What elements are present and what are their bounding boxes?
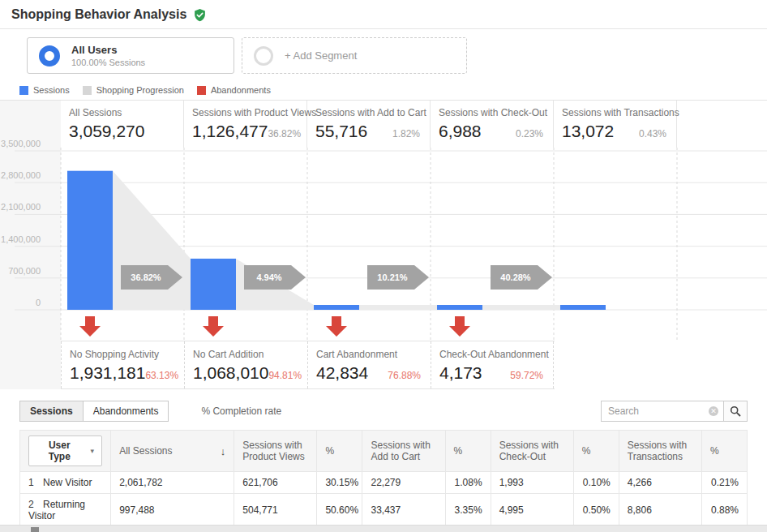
column-header-check-out-pct[interactable]: % xyxy=(573,431,619,472)
cell-transactions: 4,266 xyxy=(619,472,701,494)
stage-value: 13,072 xyxy=(562,122,614,141)
stage-label: Sessions with Transactions xyxy=(562,107,666,118)
row-rank: 1 xyxy=(28,477,43,488)
column-header-transactions-pct[interactable]: % xyxy=(701,431,747,472)
legend-item-sessions: Sessions xyxy=(19,85,70,95)
cell-add-to-cart-pct: 1.08% xyxy=(445,472,491,494)
legend-item-progression: Shopping Progression xyxy=(83,85,184,95)
abandon-value: 4,173 xyxy=(439,363,482,383)
abandon-label: Check-Out Abandonment xyxy=(439,349,543,360)
column-header-transactions[interactable]: Sessions with Transactions xyxy=(619,431,701,472)
table-row: 1New Visitor 2,061,782 621,706 30.15% 22… xyxy=(20,472,748,494)
title-bar: Shopping Behavior Analysis xyxy=(0,0,767,29)
abandon-pct: 94.81% xyxy=(268,370,302,381)
abandonments-swatch-icon xyxy=(197,86,206,95)
user-type-table: User Type ▾ All Sessions ↓ Sessions with… xyxy=(19,430,748,527)
tab-completion-rate[interactable]: % Completion rate xyxy=(201,405,281,417)
abandon-label: No Shopping Activity xyxy=(70,349,174,360)
verified-shield-icon xyxy=(193,8,207,22)
user-type-label: User Type xyxy=(36,440,83,462)
cell-transactions-pct: 0.21% xyxy=(701,472,747,494)
stage-pct: 0.23% xyxy=(516,128,543,139)
abandon-pct: 59.72% xyxy=(510,370,543,381)
stage-pct: 0.43% xyxy=(639,128,666,139)
abandon-pct: 63.13% xyxy=(145,370,178,381)
column-header-all-sessions[interactable]: All Sessions ↓ xyxy=(111,431,234,472)
stage-add-to-cart: Sessions with Add to Cart 55,716 1.82% xyxy=(307,101,431,148)
stage-value: 1,126,477 xyxy=(192,122,268,141)
chart-legend: Sessions Shopping Progression Abandonmen… xyxy=(0,79,767,100)
segment-donut-icon xyxy=(39,45,60,66)
shopping-behavior-report: Shopping Behavior Analysis All Users 100… xyxy=(0,0,767,532)
clear-search-icon[interactable]: ✕ xyxy=(709,406,718,416)
cell-check-out-pct: 0.10% xyxy=(573,472,619,494)
funnel-stage-headers: All Sessions 3,059,270 Sessions with Pro… xyxy=(61,101,677,148)
svg-text:36.82%: 36.82% xyxy=(131,272,161,282)
stage-product-views: Sessions with Product Views 1,126,477 36… xyxy=(184,101,307,148)
svg-text:40.28%: 40.28% xyxy=(500,272,531,282)
stage-label: Sessions with Product Views xyxy=(192,107,297,118)
search-button[interactable] xyxy=(723,401,748,422)
svg-text:4.94%: 4.94% xyxy=(256,272,281,282)
column-header-check-out[interactable]: Sessions with Check-Out xyxy=(491,431,573,472)
next-section-icon xyxy=(31,527,39,532)
abandon-cart: Cart Abandonment 42,834 76.88% xyxy=(307,341,431,388)
stage-value: 6,988 xyxy=(439,122,482,141)
sort-desc-icon: ↓ xyxy=(221,445,226,457)
add-segment-button[interactable]: + Add Segment xyxy=(242,37,467,74)
cell-product-views-pct: 50.60% xyxy=(317,494,362,527)
cell-all-sessions: 997,488 xyxy=(111,494,234,527)
segment-name: All Users xyxy=(71,44,145,56)
segments-bar: All Users 100.00% Sessions + Add Segment xyxy=(0,29,767,79)
stage-label: All Sessions xyxy=(69,107,174,118)
abandon-check-out: Check-Out Abandonment 4,173 59.72% xyxy=(431,341,554,388)
abandon-label: No Cart Addition xyxy=(193,349,298,360)
progression-swatch-icon xyxy=(83,86,92,95)
cell-add-to-cart-pct: 3.35% xyxy=(445,494,491,527)
abandon-value: 1,068,010 xyxy=(193,363,268,383)
table-row: 2Returning Visitor 997,488 504,771 50.60… xyxy=(20,494,748,527)
stage-label: Sessions with Add to Cart xyxy=(315,107,420,118)
column-header-product-views[interactable]: Sessions with Product Views xyxy=(234,431,317,472)
abandon-label: Cart Abandonment xyxy=(316,349,421,360)
stage-value: 55,716 xyxy=(315,122,367,141)
tab-sessions[interactable]: Sessions xyxy=(19,401,84,422)
column-header-add-to-cart[interactable]: Sessions with Add to Cart xyxy=(362,431,445,472)
cell-all-sessions: 2,061,782 xyxy=(111,472,234,494)
user-type-dropdown[interactable]: User Type ▾ xyxy=(28,435,102,466)
stage-transactions: Sessions with Transactions 13,072 0.43% xyxy=(554,101,677,148)
column-header-add-to-cart-pct[interactable]: % xyxy=(445,431,491,472)
segment-detail: 100.00% Sessions xyxy=(71,58,145,67)
segment-all-users[interactable]: All Users 100.00% Sessions xyxy=(27,37,234,74)
search-input[interactable] xyxy=(601,401,724,422)
table-search: ✕ xyxy=(601,401,748,422)
cell-check-out: 4,995 xyxy=(491,494,573,527)
add-segment-label: + Add Segment xyxy=(285,49,357,62)
abandon-pct: 76.88% xyxy=(388,370,421,381)
row-user-type: New Visitor xyxy=(43,477,92,488)
svg-text:10.21%: 10.21% xyxy=(377,272,408,282)
cell-check-out-pct: 0.50% xyxy=(573,494,619,527)
page-title: Shopping Behavior Analysis xyxy=(11,7,186,22)
row-rank: 2 xyxy=(28,499,43,510)
cell-add-to-cart: 33,437 xyxy=(362,494,445,527)
caret-down-icon: ▾ xyxy=(91,447,95,455)
search-icon xyxy=(730,405,741,417)
cell-check-out: 1,993 xyxy=(491,472,573,494)
data-table-section: Sessions Abandonments % Completion rate … xyxy=(0,389,767,532)
table-toolbar: Sessions Abandonments % Completion rate … xyxy=(19,401,748,422)
tab-abandonments[interactable]: Abandonments xyxy=(83,401,169,422)
abandon-no-cart: No Cart Addition 1,068,010 94.81% xyxy=(184,341,307,388)
next-section-edge xyxy=(0,525,767,532)
abandonment-stats: No Shopping Activity 1,931,181 63.13% No… xyxy=(61,341,555,389)
cell-product-views: 621,706 xyxy=(234,472,317,494)
legend-label: Abandonments xyxy=(211,85,271,95)
abandon-value: 42,834 xyxy=(316,363,368,383)
column-header-user-type: User Type ▾ xyxy=(20,431,111,472)
cell-product-views: 504,771 xyxy=(234,494,317,527)
sessions-swatch-icon xyxy=(19,86,28,95)
add-segment-circle-icon xyxy=(254,46,273,66)
cell-transactions: 8,806 xyxy=(619,494,701,527)
column-header-product-views-pct[interactable]: % xyxy=(317,431,362,472)
table-header-row: User Type ▾ All Sessions ↓ Sessions with… xyxy=(20,431,748,472)
